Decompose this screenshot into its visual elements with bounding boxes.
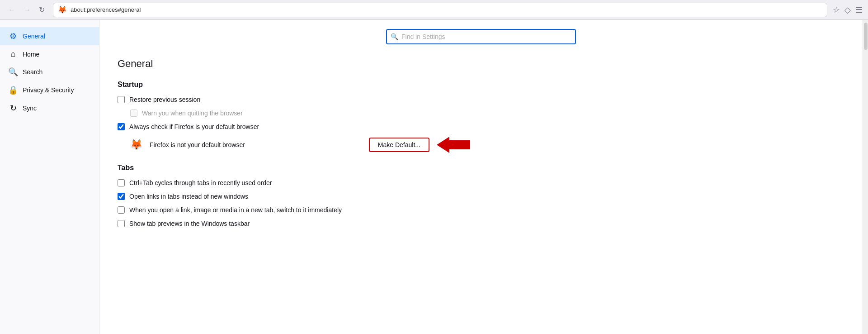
- tab-previews-label: Show tab previews in the Windows taskbar: [129, 220, 250, 227]
- arrow-head: [437, 137, 449, 153]
- tab-previews-row: Show tab previews in the Windows taskbar: [118, 220, 470, 227]
- default-browser-row: 🦊 Firefox is not your default browser Ma…: [130, 137, 470, 153]
- restore-session-checkbox[interactable]: [118, 96, 125, 103]
- scrollbar-thumb[interactable]: [864, 23, 868, 50]
- sidebar: ⚙ General ⌂ Home 🔍 Search 🔒 Privacy & Se…: [0, 20, 99, 334]
- ctrl-tab-checkbox[interactable]: [118, 179, 125, 186]
- forward-button[interactable]: →: [21, 4, 33, 16]
- page-title: General: [118, 58, 470, 70]
- restore-session-label: Restore previous session: [129, 96, 200, 103]
- default-browser-check-row: Always check if Firefox is your default …: [118, 123, 470, 130]
- content-area: 🔍 General Startup Restore previous sessi…: [99, 20, 863, 334]
- startup-section-title: Startup: [118, 81, 470, 89]
- warn-quit-label: Warn you when quitting the browser: [142, 110, 243, 117]
- sidebar-label-search: Search: [23, 68, 42, 76]
- switch-tab-checkbox[interactable]: [118, 206, 125, 214]
- sync-icon: ↻: [8, 103, 18, 113]
- back-button[interactable]: ←: [5, 4, 18, 16]
- app-container: ⚙ General ⌂ Home 🔍 Search 🔒 Privacy & Se…: [0, 20, 868, 334]
- firefox-logo-icon: 🦊: [58, 5, 67, 14]
- menu-icon[interactable]: ☰: [855, 5, 863, 15]
- default-browser-checkbox[interactable]: [118, 123, 125, 130]
- tabs-section-title: Tabs: [118, 164, 470, 172]
- warn-quit-checkbox[interactable]: [130, 110, 137, 117]
- ctrl-tab-label: Ctrl+Tab cycles through tabs in recently…: [129, 179, 272, 186]
- sidebar-item-search[interactable]: 🔍 Search: [0, 63, 99, 81]
- switch-tab-label: When you open a link, image or media in …: [129, 206, 342, 214]
- search-nav-icon: 🔍: [8, 67, 18, 77]
- search-input[interactable]: [386, 29, 576, 44]
- open-links-checkbox[interactable]: [118, 193, 125, 200]
- nav-buttons: ← → ↻: [5, 4, 47, 16]
- sidebar-label-privacy: Privacy & Security: [23, 86, 74, 94]
- lock-icon: 🔒: [8, 85, 18, 95]
- content-inner: General Startup Restore previous session…: [99, 49, 488, 252]
- search-input-wrap: 🔍: [386, 29, 576, 44]
- home-icon: ⌂: [8, 49, 18, 59]
- sidebar-label-sync: Sync: [23, 105, 37, 112]
- sidebar-label-general: General: [23, 33, 45, 40]
- arrow-body: [449, 140, 470, 149]
- address-bar[interactable]: 🦊 about:preferences#general: [53, 3, 827, 17]
- sidebar-label-home: Home: [23, 51, 39, 58]
- default-browser-text: Firefox is not your default browser: [150, 141, 362, 148]
- ctrl-tab-row: Ctrl+Tab cycles through tabs in recently…: [118, 179, 470, 186]
- toolbar-icons: ☆ ◇ ☰: [833, 5, 863, 15]
- sidebar-item-privacy[interactable]: 🔒 Privacy & Security: [0, 81, 99, 99]
- warn-quit-row: Warn you when quitting the browser: [130, 110, 470, 117]
- open-links-row: Open links in tabs instead of new window…: [118, 193, 470, 200]
- startup-section: Startup Restore previous session Warn yo…: [118, 81, 470, 153]
- search-area: 🔍: [99, 20, 863, 49]
- open-links-label: Open links in tabs instead of new window…: [129, 193, 248, 200]
- browser-chrome: ← → ↻ 🦊 about:preferences#general ☆ ◇ ☰: [0, 0, 868, 20]
- search-icon: 🔍: [391, 33, 398, 40]
- url-text: about:preferences#general: [71, 6, 822, 13]
- sidebar-item-home[interactable]: ⌂ Home: [0, 45, 99, 63]
- bookmark-icon[interactable]: ☆: [833, 5, 840, 15]
- tabs-section: Tabs Ctrl+Tab cycles through tabs in rec…: [118, 164, 470, 227]
- page-scrollbar[interactable]: [863, 20, 868, 334]
- restore-session-row: Restore previous session: [118, 96, 470, 103]
- tab-previews-checkbox[interactable]: [118, 220, 125, 227]
- pocket-icon[interactable]: ◇: [844, 5, 851, 15]
- sidebar-item-general[interactable]: ⚙ General: [0, 27, 99, 45]
- make-default-button[interactable]: Make Default...: [369, 138, 429, 152]
- firefox-default-icon: 🦊: [130, 139, 142, 151]
- sidebar-item-sync[interactable]: ↻ Sync: [0, 99, 99, 117]
- arrow-annotation: [437, 137, 470, 153]
- switch-tab-row: When you open a link, image or media in …: [118, 206, 470, 214]
- default-browser-check-label: Always check if Firefox is your default …: [129, 123, 259, 130]
- reload-button[interactable]: ↻: [36, 4, 47, 16]
- general-icon: ⚙: [8, 31, 18, 41]
